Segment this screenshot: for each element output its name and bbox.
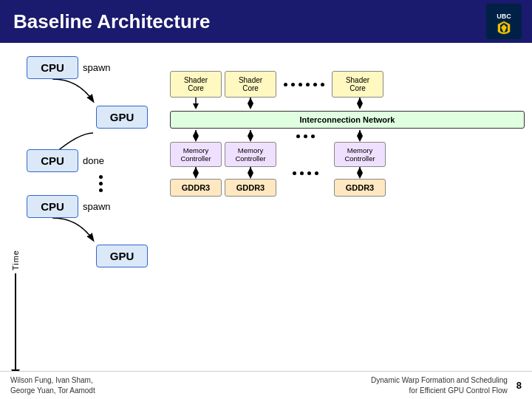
- footer: Wilson Fung, Ivan Sham, George Yuan, Tor…: [0, 371, 532, 399]
- interconnect-bar: Interconnection Network: [170, 111, 525, 129]
- svg-text:UBC: UBC: [497, 13, 511, 20]
- cpu-box-3: CPU: [27, 195, 78, 218]
- cpu-box-1: CPU: [27, 56, 78, 79]
- spawn-label-1: spawn: [83, 62, 111, 73]
- svg-marker-12: [193, 136, 199, 142]
- gddr3-1: GDDR3: [170, 179, 222, 197]
- slide-title: Baseline Architecture: [13, 10, 210, 33]
- svg-marker-19: [357, 130, 363, 136]
- footer-author: Wilson Fung, Ivan Sham, George Yuan, Tor…: [10, 375, 95, 396]
- shader-conn-3: [334, 98, 386, 109]
- svg-marker-25: [248, 167, 253, 173]
- dot-2: [99, 182, 103, 185]
- mem-ctrl-3: Memory Controller: [334, 142, 386, 167]
- svg-marker-24: [248, 173, 253, 179]
- mem-conn-1: [170, 130, 222, 142]
- svg-marker-9: [357, 103, 363, 109]
- mem-ctrl-2: Memory Controller: [225, 142, 276, 167]
- svg-marker-28: [357, 167, 363, 173]
- dot-3: [99, 188, 103, 192]
- dot-1: [99, 175, 103, 179]
- header: Baseline Architecture UBC: [0, 0, 532, 43]
- shader-dots: [279, 83, 329, 86]
- spawn-label-2: spawn: [83, 201, 111, 212]
- time-arrow-container: Time: [7, 50, 24, 371]
- svg-marker-18: [357, 136, 363, 142]
- svg-marker-16: [248, 130, 253, 136]
- gddr-conn-3: [334, 167, 386, 179]
- gddr-conn-1: [170, 167, 222, 179]
- shader-core-3: Shader Core: [332, 71, 383, 98]
- footer-title: Dynamic Warp Formation and Scheduling fo…: [371, 375, 508, 396]
- main-content: Time CPU spawn: [0, 43, 532, 371]
- gddr3-3: GDDR3: [334, 179, 386, 197]
- svg-marker-13: [193, 130, 199, 136]
- right-column: Shader Core Shader Core Shader Core: [163, 50, 525, 371]
- shader-conn-1: [170, 98, 222, 109]
- svg-marker-21: [193, 173, 199, 179]
- svg-marker-7: [248, 98, 253, 103]
- mem-conn-2: [225, 130, 276, 142]
- slide: Baseline Architecture UBC Time: [0, 0, 532, 399]
- ubc-logo: UBC: [486, 4, 522, 39]
- spawn-arrow-1: [27, 79, 130, 106]
- gddr-dots: [279, 171, 331, 175]
- svg-marker-22: [193, 167, 199, 173]
- gddr3-row: GDDR3 GDDR3 GDDR3: [170, 179, 525, 197]
- svg-marker-15: [248, 136, 253, 142]
- shader-conn-2: [225, 98, 276, 109]
- left-column: Time CPU spawn: [7, 50, 163, 371]
- svg-marker-6: [248, 103, 253, 109]
- mem-ctrl-1: Memory Controller: [170, 142, 222, 167]
- cpu-box-2: CPU: [27, 149, 78, 172]
- memory-controllers-row: Memory Controller Memory Controller Memo…: [170, 142, 525, 167]
- svg-marker-10: [357, 98, 363, 103]
- svg-marker-27: [357, 173, 363, 179]
- shader-cores-row: Shader Core Shader Core Shader Core: [170, 71, 525, 98]
- footer-right-group: Dynamic Warp Formation and Scheduling fo…: [371, 375, 522, 396]
- time-label: Time: [11, 250, 20, 270]
- mem-conn-3: [334, 130, 386, 142]
- time-line: [15, 273, 16, 371]
- gddr3-2: GDDR3: [225, 179, 276, 197]
- done-label: done: [83, 155, 104, 166]
- mem-ctrl-dots: [279, 134, 331, 138]
- spawn-arrow-2: [27, 218, 130, 245]
- gpu-box-2: GPU: [96, 245, 148, 267]
- gpu-box-1: GPU: [96, 106, 148, 129]
- footer-page: 8: [516, 380, 522, 391]
- shader-core-1: Shader Core: [170, 71, 222, 98]
- gddr-conn-2: [225, 167, 276, 179]
- cpu-dots: [38, 175, 163, 192]
- shader-core-2: Shader Core: [225, 71, 276, 98]
- svg-marker-3: [193, 103, 199, 109]
